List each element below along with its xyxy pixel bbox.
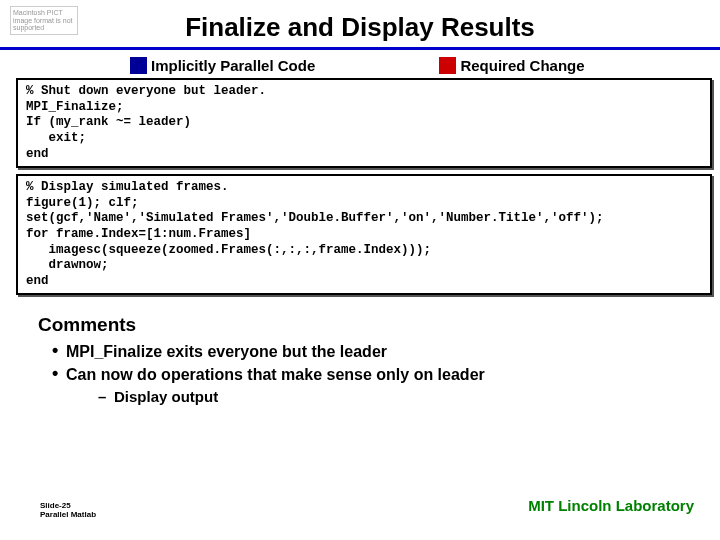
- footer-deck-name: Parallel Matlab: [40, 510, 96, 520]
- bullet-dot-icon: •: [52, 341, 66, 359]
- bullet-1-text: MPI_Finalize exits everyone but the lead…: [66, 343, 387, 360]
- sub-bullet-1-text: Display output: [114, 388, 218, 405]
- slide-title: Finalize and Display Results: [0, 12, 720, 43]
- legend-implicit: Implicitly Parallel Code: [130, 57, 315, 76]
- bullet-dot-icon: •: [52, 364, 66, 382]
- bullet-2: •Can now do operations that make sense o…: [38, 363, 678, 386]
- comments-heading: Comments: [38, 314, 678, 336]
- footer-org: MIT Lincoln Laboratory: [528, 497, 694, 514]
- comments-section: Comments •MPI_Finalize exits everyone bu…: [38, 314, 678, 405]
- footer-left: Slide-25 Parallel Matlab: [40, 501, 96, 520]
- code-block-1: % Shut down everyone but leader. MPI_Fin…: [16, 78, 712, 168]
- title-rule: [0, 47, 720, 50]
- legend-required-label: Required Change: [460, 57, 584, 74]
- code-block-2: % Display simulated frames. figure(1); c…: [16, 174, 712, 295]
- bullet-1: •MPI_Finalize exits everyone but the lea…: [38, 340, 678, 363]
- footer-slide-number: Slide-25: [40, 501, 96, 511]
- legend-implicit-label: Implicitly Parallel Code: [151, 57, 315, 74]
- legend-required: Required Change: [439, 57, 584, 76]
- swatch-blue-icon: [130, 57, 147, 74]
- dash-icon: –: [98, 388, 114, 405]
- swatch-red-icon: [439, 57, 456, 74]
- bullet-2-text: Can now do operations that make sense on…: [66, 366, 485, 383]
- sub-bullet-1: –Display output: [38, 388, 678, 405]
- legend: Implicitly Parallel Code Required Change: [0, 56, 720, 75]
- slide: Macintosh PICT image format is not suppo…: [0, 0, 720, 540]
